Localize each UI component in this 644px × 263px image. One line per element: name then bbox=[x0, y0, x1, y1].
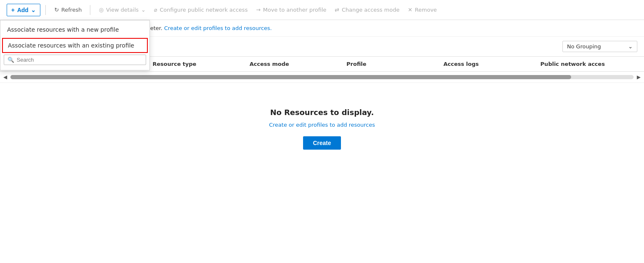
empty-subtitle: Create or edit profiles to add resources bbox=[269, 122, 375, 128]
view-details-label: View details bbox=[106, 7, 139, 13]
empty-state: No Resources to display. Create or edit … bbox=[0, 83, 644, 175]
associate-new-item[interactable]: Associate resources with a new profile bbox=[0, 22, 149, 37]
arrow-right-icon: → bbox=[256, 7, 261, 13]
horizontal-scrollbar-row: ◀ ▶ bbox=[0, 72, 644, 83]
change-access-label: Change access mode bbox=[342, 7, 400, 13]
create-edit-link[interactable]: Create or edit profiles to add resources bbox=[269, 122, 375, 128]
add-dropdown-menu: Associate resources with a new profile A… bbox=[0, 20, 150, 70]
add-icon: + bbox=[11, 7, 15, 13]
configure-button[interactable]: ⌀ Configure public network access bbox=[151, 4, 251, 15]
col-header-access-mode: Access mode bbox=[249, 61, 346, 67]
change-access-button[interactable]: ⇄ Change access mode bbox=[331, 4, 403, 15]
chevron-down-icon-3: ⌄ bbox=[628, 43, 633, 50]
swap-icon: ⇄ bbox=[335, 7, 339, 13]
toolbar-divider-1 bbox=[45, 5, 46, 15]
add-label: Add bbox=[17, 7, 28, 13]
empty-title: No Resources to display. bbox=[270, 108, 374, 117]
scrollbar-track[interactable] bbox=[10, 75, 634, 79]
col-header-logs: Access logs bbox=[443, 61, 540, 67]
refresh-icon: ↻ bbox=[54, 7, 59, 13]
grouping-dropdown[interactable]: No Grouping ⌄ bbox=[562, 41, 637, 52]
grouping-label: No Grouping bbox=[567, 43, 601, 50]
move-label: Move to another profile bbox=[263, 7, 326, 13]
scroll-left-arrow[interactable]: ◀ bbox=[3, 74, 7, 80]
scroll-right-arrow[interactable]: ▶ bbox=[637, 74, 641, 80]
refresh-label: Refresh bbox=[61, 7, 82, 13]
view-details-button[interactable]: ◎ View details ⌄ bbox=[95, 4, 149, 15]
chevron-down-icon: ⌄ bbox=[31, 7, 36, 13]
associate-existing-item[interactable]: Associate resources with an existing pro… bbox=[2, 38, 148, 53]
configure-label: Configure public network access bbox=[160, 7, 248, 13]
scrollbar-thumb bbox=[10, 75, 571, 79]
configure-icon: ⌀ bbox=[154, 7, 157, 13]
main-toolbar: + Add ⌄ ↻ Refresh ◎ View details ⌄ ⌀ Con… bbox=[0, 0, 644, 20]
search-icon: 🔍 bbox=[7, 57, 14, 63]
refresh-button[interactable]: ↻ Refresh bbox=[51, 4, 85, 15]
info-link[interactable]: Create or edit profiles to add resources… bbox=[164, 25, 272, 31]
col-header-profile: Profile bbox=[346, 61, 443, 67]
move-button[interactable]: → Move to another profile bbox=[253, 4, 330, 15]
remove-label: Remove bbox=[415, 7, 437, 13]
eye-icon: ◎ bbox=[99, 7, 103, 13]
remove-button[interactable]: ✕ Remove bbox=[405, 4, 440, 15]
close-icon: ✕ bbox=[408, 7, 413, 13]
dropdown-search-input[interactable] bbox=[17, 57, 142, 63]
col-header-network: Public network acces bbox=[540, 61, 637, 67]
col-header-type: Resource type bbox=[153, 61, 250, 67]
toolbar-divider-2 bbox=[90, 5, 90, 15]
chevron-down-icon-2: ⌄ bbox=[141, 7, 146, 13]
dropdown-search-box: 🔍 bbox=[4, 55, 146, 65]
add-button[interactable]: + Add ⌄ bbox=[7, 4, 40, 16]
create-button[interactable]: Create bbox=[303, 136, 341, 150]
